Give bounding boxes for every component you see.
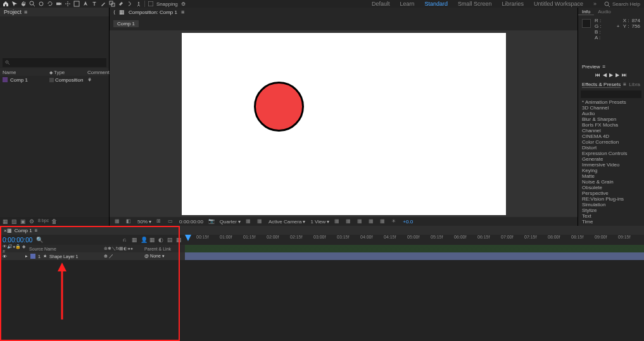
clone-tool-icon[interactable] (109, 1, 115, 7)
composition-panel-tab[interactable]: ⟨ ▦ Composition: Comp 1 ≡ (110, 8, 578, 16)
snapshot-icon[interactable]: 📷 (208, 218, 215, 225)
camera-dropdown[interactable]: Active Camera ▾ (268, 219, 305, 225)
effects-category[interactable]: Text (582, 213, 640, 219)
effects-category[interactable]: Perspective (582, 190, 640, 196)
col-comment[interactable]: Comment (87, 70, 106, 75)
panel-menu-icon[interactable]: ≡ (35, 228, 38, 233)
last-frame-icon[interactable]: ⏭ (622, 72, 627, 78)
ground-plane-icon[interactable]: ▦ (369, 218, 375, 225)
camera-tool-icon[interactable] (56, 1, 62, 7)
hand-tool-icon[interactable] (20, 1, 27, 7)
project-item-row[interactable]: Comp 1 Composition ⚘ (0, 76, 109, 84)
work-area-bar[interactable] (185, 245, 644, 252)
pan-behind-tool-icon[interactable] (65, 1, 71, 7)
puppet-tool-icon[interactable] (136, 1, 142, 7)
panel-menu-icon[interactable]: ≡ (181, 9, 184, 15)
composition-viewer[interactable] (110, 30, 578, 217)
motion-blur-icon[interactable]: ◐ (158, 237, 165, 243)
workspace-libraries[interactable]: Libraries (498, 0, 528, 8)
twirl-icon[interactable]: ▸ (25, 254, 28, 259)
layer-duration-bar[interactable] (185, 252, 644, 260)
effects-category[interactable]: Channel (582, 128, 640, 133)
eraser-tool-icon[interactable] (118, 1, 124, 7)
fast-preview-icon[interactable]: ▦ (246, 218, 252, 225)
exposure-value[interactable]: +0.0 (403, 219, 413, 225)
effects-list[interactable]: * Animation Presets 3D Channel Audio Blu… (578, 99, 644, 225)
panel-menu-icon[interactable]: ≡ (24, 9, 27, 15)
draft-3d-icon[interactable]: ▦ (380, 218, 386, 225)
timecode-search-icon[interactable]: 🔍 (36, 237, 43, 243)
layer-name[interactable]: Shape Layer 1 (49, 254, 101, 259)
panel-menu-icon[interactable]: ≡ (602, 64, 605, 70)
workspace-overflow-icon[interactable]: » (590, 0, 600, 8)
effects-tab[interactable]: Effects & Presets (582, 82, 621, 88)
pickwhip-icon[interactable]: @ (144, 254, 149, 259)
effects-category[interactable]: Blur & Sharpen (582, 116, 640, 122)
roi-icon[interactable]: ▭ (168, 218, 174, 225)
effects-category[interactable]: Time (582, 219, 640, 225)
timecode-display[interactable]: 0:00:00:00 (179, 219, 203, 225)
3d-renderer-icon[interactable]: ▦ (357, 218, 363, 225)
shy-icon[interactable]: 👤 (141, 237, 147, 243)
orbit-tool-icon[interactable] (38, 1, 44, 7)
play-icon[interactable]: ▶ (609, 72, 613, 78)
workspace-small-screen[interactable]: Small Screen (454, 0, 496, 8)
active-comp-tab[interactable]: Comp 1 (113, 20, 139, 27)
col-name[interactable]: Name (3, 70, 49, 75)
panel-menu-icon[interactable]: ≡ (623, 82, 626, 88)
current-timecode[interactable]: 0:00:00:00 (3, 237, 32, 244)
new-folder-icon[interactable]: ▧ (11, 218, 18, 225)
views-dropdown[interactable]: 1 View ▾ (310, 219, 329, 225)
view-options-icon[interactable]: ▦ (334, 218, 341, 225)
draft-3d-icon[interactable]: ▦ (132, 237, 138, 243)
effects-category[interactable]: Audio (582, 111, 640, 116)
workspace-standard[interactable]: Standard (421, 0, 452, 8)
frame-blend-icon[interactable]: ▦ (149, 237, 156, 243)
effects-category[interactable]: Boris FX Mocha (582, 122, 640, 128)
resolution-toggle-icon[interactable]: ⊞ (156, 218, 163, 225)
snapping-checkbox[interactable] (148, 1, 154, 7)
effects-search-input[interactable] (581, 90, 641, 98)
timeline-tab[interactable]: ×▦ Comp 1 ≡ (0, 226, 644, 235)
effects-category[interactable]: CINEMA 4D (582, 133, 640, 139)
parent-dropdown[interactable]: None (150, 254, 161, 259)
layer-switches-icon[interactable]: ▦ (176, 237, 182, 243)
alpha-toggle-icon[interactable]: ▦ (115, 218, 121, 225)
snapping-options-icon[interactable]: ⚙ (180, 1, 187, 7)
effects-category[interactable]: RE:Vision Plug-ins (582, 196, 640, 202)
preview-tab[interactable]: Preview (582, 64, 600, 70)
project-settings-icon[interactable]: ⚙ (29, 218, 35, 225)
workspace-default[interactable]: Default (368, 0, 394, 8)
libraries-tab[interactable]: Libra (629, 82, 640, 88)
text-tool-icon[interactable]: T (91, 1, 98, 7)
roto-tool-icon[interactable] (127, 1, 133, 7)
layer-switches[interactable]: ⊕ ／ (104, 253, 142, 259)
workspace-learn[interactable]: Learn (396, 0, 418, 8)
selection-tool-icon[interactable] (11, 1, 18, 7)
home-icon[interactable] (3, 1, 9, 7)
project-tab[interactable]: Project ≡ (0, 8, 109, 16)
next-frame-icon[interactable]: ▶ (616, 72, 619, 78)
composition-canvas[interactable] (182, 33, 506, 215)
effects-category[interactable]: Obsolete (582, 185, 640, 190)
render-queue-toggle-icon[interactable]: ×▦ (4, 228, 12, 233)
effects-category[interactable]: Expression Controls (582, 151, 640, 156)
transparency-grid-icon[interactable]: ▦ (257, 218, 263, 225)
effects-category[interactable]: Immersive Video (582, 162, 640, 168)
rotate-tool-icon[interactable] (47, 1, 53, 7)
comp-mini-flowchart-icon[interactable]: ⎌ (123, 237, 129, 243)
flowchart-icon[interactable]: ⚘ (87, 77, 106, 83)
layer-color-swatch[interactable] (30, 254, 35, 259)
col-type[interactable]: ◆ Type (49, 70, 87, 75)
channel-toggle-icon[interactable]: ◧ (126, 218, 132, 225)
new-comp-icon[interactable]: ▣ (20, 218, 27, 225)
pen-tool-icon[interactable] (82, 1, 89, 7)
time-ruler[interactable]: 00:15f01:00f01:15f02:00f02:15f03:00f03:1… (185, 235, 644, 245)
timeline-layer-row[interactable]: 👁 ▸ 1 ★ Shape Layer 1 ⊕ ／ @None▾ (0, 252, 644, 260)
exposure-icon[interactable]: ☀ (391, 218, 398, 225)
prev-frame-icon[interactable]: ◀ (603, 72, 607, 78)
toggle-lock-icon[interactable]: ⟨ (113, 9, 115, 15)
shape-tool-icon[interactable] (73, 1, 80, 7)
visibility-toggle-icon[interactable]: 👁 (3, 254, 8, 259)
interpret-footage-icon[interactable]: ▦ (3, 218, 9, 225)
